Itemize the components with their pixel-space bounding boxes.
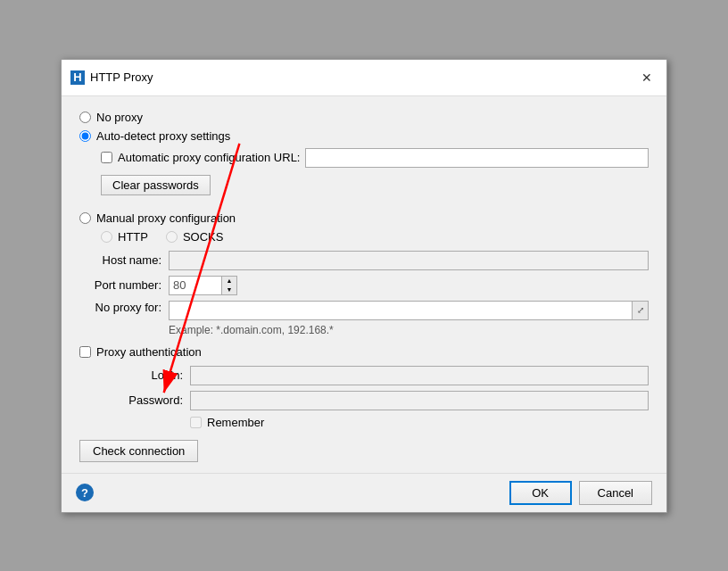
- auto-detect-section: Automatic proxy configuration URL: Clear…: [79, 148, 649, 204]
- socks-option[interactable]: SOCKS: [166, 230, 224, 244]
- no-proxy-for-label: No proxy for:: [79, 301, 169, 314]
- remember-row: Remember: [101, 416, 649, 429]
- auth-credentials: Login: Password: Remember: [79, 366, 649, 429]
- socks-radio[interactable]: [166, 231, 178, 243]
- ok-button[interactable]: OK: [509, 481, 572, 505]
- socks-label[interactable]: SOCKS: [183, 230, 224, 244]
- auto-detect-label[interactable]: Auto-detect proxy settings: [96, 129, 230, 143]
- proxy-auth-section: Proxy authentication Login: Password:: [79, 345, 649, 429]
- login-row: Login:: [101, 366, 649, 385]
- manual-proxy-option[interactable]: Manual proxy configuration: [79, 211, 649, 225]
- host-name-label: Host name:: [79, 253, 169, 267]
- password-label: Password:: [101, 393, 190, 407]
- proxy-app-icon: H: [70, 70, 85, 85]
- title-bar-left: H HTTP Proxy: [70, 70, 153, 85]
- remember-label[interactable]: Remember: [207, 416, 264, 429]
- close-button[interactable]: ✕: [636, 67, 658, 88]
- proxy-auth-label[interactable]: Proxy authentication: [96, 345, 202, 359]
- port-increment-button[interactable]: ▲: [222, 277, 236, 286]
- cancel-button[interactable]: Cancel: [579, 481, 652, 505]
- http-socks-row: HTTP SOCKS: [79, 230, 649, 244]
- host-name-input[interactable]: [169, 251, 649, 270]
- http-radio[interactable]: [101, 231, 112, 243]
- dialog-footer: ? OK Cancel: [62, 473, 666, 512]
- auto-config-url-input[interactable]: [305, 148, 649, 168]
- auto-detect-option[interactable]: Auto-detect proxy settings: [79, 129, 649, 143]
- port-spinner: ▲ ▼: [222, 276, 237, 295]
- check-connection-button[interactable]: Check connection: [79, 440, 198, 462]
- expand-icon[interactable]: ⤢: [633, 301, 649, 320]
- no-proxy-radio[interactable]: [79, 112, 91, 123]
- manual-proxy-label[interactable]: Manual proxy configuration: [96, 211, 236, 225]
- login-input[interactable]: [190, 366, 649, 385]
- auto-config-checkbox[interactable]: [101, 152, 112, 163]
- no-proxy-for-input[interactable]: [169, 301, 633, 320]
- port-number-input[interactable]: [169, 276, 222, 295]
- manual-proxy-radio[interactable]: [79, 212, 91, 224]
- dialog-title: HTTP Proxy: [90, 70, 153, 84]
- host-name-row: Host name:: [79, 251, 649, 270]
- auto-config-row: Automatic proxy configuration URL:: [101, 148, 649, 168]
- auto-config-label[interactable]: Automatic proxy configuration URL:: [118, 151, 300, 164]
- auto-detect-radio[interactable]: [79, 130, 91, 142]
- example-text: Example: *.domain.com, 192.168.*: [79, 324, 649, 336]
- remember-checkbox[interactable]: [190, 417, 202, 428]
- title-bar: H HTTP Proxy ✕: [62, 60, 666, 96]
- no-proxy-label[interactable]: No proxy: [96, 111, 143, 124]
- dialog-body: No proxy Auto-detect proxy settings Auto…: [62, 96, 666, 473]
- http-option[interactable]: HTTP: [101, 230, 148, 244]
- port-input-wrapper: ▲ ▼: [169, 276, 237, 295]
- port-decrement-button[interactable]: ▼: [222, 286, 236, 294]
- help-icon[interactable]: ?: [76, 484, 94, 501]
- proxy-auth-checkbox[interactable]: [79, 346, 91, 358]
- port-number-label: Port number:: [79, 278, 169, 292]
- port-number-row: Port number: ▲ ▼: [79, 276, 649, 295]
- no-proxy-for-row: No proxy for: ⤢: [79, 301, 649, 320]
- proxy-auth-checkbox-row: Proxy authentication: [79, 345, 649, 359]
- password-row: Password:: [101, 391, 649, 410]
- login-label: Login:: [101, 368, 190, 382]
- http-label[interactable]: HTTP: [118, 230, 148, 244]
- password-input[interactable]: [190, 391, 649, 410]
- clear-passwords-button[interactable]: Clear passwords: [101, 175, 211, 195]
- http-proxy-dialog: H HTTP Proxy ✕ No proxy Auto-detect prox…: [61, 59, 667, 513]
- footer-buttons: OK Cancel: [509, 481, 652, 505]
- no-proxy-option[interactable]: No proxy: [79, 111, 649, 124]
